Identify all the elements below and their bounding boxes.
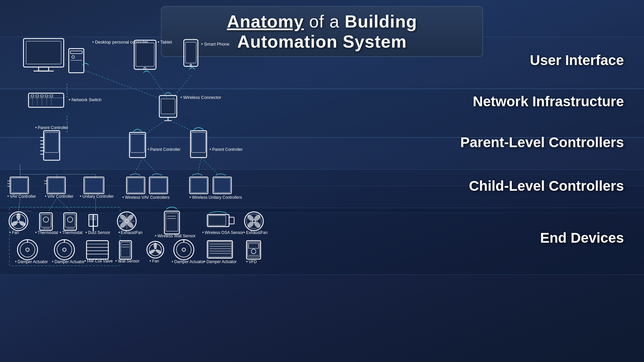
title-anatomy: Anatomy: [227, 12, 304, 31]
title-box: Anatomy of a Building Automation System: [161, 6, 483, 57]
label-network: Network Infrastructure: [473, 93, 624, 110]
label-end: End Devices: [540, 230, 624, 246]
label-user-interface: User Interface: [530, 52, 624, 69]
label-child: Child-Level Controllers: [469, 178, 624, 194]
title-of-a: of a: [304, 12, 345, 31]
label-parent: Parent-Level Controllers: [460, 134, 624, 151]
